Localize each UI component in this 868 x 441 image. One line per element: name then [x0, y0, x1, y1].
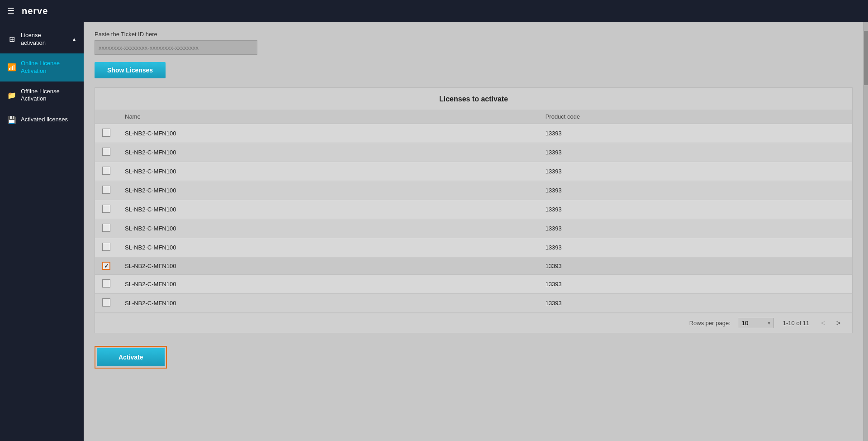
row-name: SL-NB2-C-MFN100 [118, 257, 538, 275]
disk-icon: 💾 [7, 115, 16, 124]
window-scrollbar[interactable] [863, 22, 868, 441]
row-product-code: 13393 [538, 200, 852, 219]
table-row: SL-NB2-C-MFN10013393 [95, 219, 852, 238]
table-row: SL-NB2-C-MFN10013393 [95, 162, 852, 181]
page-info: 1-10 of 11 [783, 320, 810, 326]
next-page-button[interactable]: > [834, 319, 843, 327]
checkbox-cell [95, 181, 118, 200]
row-name: SL-NB2-C-MFN100 [118, 181, 538, 200]
row-checkbox-2[interactable] [102, 167, 110, 175]
ticket-section: Paste the Ticket ID here [95, 31, 853, 55]
row-name: SL-NB2-C-MFN100 [118, 275, 538, 294]
row-checkbox-3[interactable] [102, 186, 110, 194]
row-name: SL-NB2-C-MFN100 [118, 200, 538, 219]
row-product-code: 13393 [538, 275, 852, 294]
row-checkbox-9[interactable] [102, 298, 110, 307]
row-checkbox-1[interactable] [102, 148, 110, 156]
checkbox-cell [95, 162, 118, 181]
activate-button[interactable]: Activate [97, 348, 165, 366]
main-layout: ⊞ License activation ▲ 📶 Online License … [0, 22, 868, 441]
table-row: SL-NB2-C-MFN10013393 [95, 181, 852, 200]
ticket-id-input[interactable] [95, 40, 257, 55]
licenses-table: Name Product code SL-NB2-C-MFN10013393SL… [95, 110, 852, 313]
checkbox-cell [95, 219, 118, 238]
row-product-code: 13393 [538, 143, 852, 162]
row-product-code: 13393 [538, 294, 852, 313]
row-product-code: 13393 [538, 219, 852, 238]
wifi-icon: 📶 [7, 63, 16, 72]
row-name: SL-NB2-C-MFN100 [118, 294, 538, 313]
prev-page-button[interactable]: < [818, 319, 828, 327]
table-row: SL-NB2-C-MFN10013393 [95, 200, 852, 219]
licenses-table-container: Licenses to activate Name Product code S… [95, 87, 853, 333]
header-product-code: Product code [538, 110, 852, 124]
table-row: SL-NB2-C-MFN10013393 [95, 124, 852, 143]
checkbox-cell [95, 294, 118, 313]
table-title: Licenses to activate [95, 95, 852, 103]
row-name: SL-NB2-C-MFN100 [118, 162, 538, 181]
table-row: SL-NB2-C-MFN10013393 [95, 143, 852, 162]
table-header-row: Name Product code [95, 110, 852, 124]
header-checkbox-cell [95, 110, 118, 124]
row-name: SL-NB2-C-MFN100 [118, 238, 538, 257]
sidebar: ⊞ License activation ▲ 📶 Online License … [0, 22, 84, 441]
row-product-code: 13393 [538, 238, 852, 257]
row-checkbox-4[interactable] [102, 205, 110, 213]
row-name: SL-NB2-C-MFN100 [118, 124, 538, 143]
rows-per-page-label: Rows per page: [689, 320, 730, 326]
pagination-row: Rows per page: 10 25 50 1-10 of 11 < > [95, 313, 852, 333]
table-row: SL-NB2-C-MFN10013393 [95, 294, 852, 313]
topbar: ☰ nerve [0, 0, 868, 22]
sidebar-item-offline-license-activation[interactable]: 📁 Offline License Activation [0, 81, 84, 110]
content-area: Paste the Ticket ID here Show Licenses L… [84, 22, 863, 441]
sidebar-item-label-activated: Activated licenses [21, 116, 68, 124]
ticket-label: Paste the Ticket ID here [95, 31, 853, 38]
menu-icon[interactable]: ☰ [7, 6, 14, 16]
row-product-code: 13393 [538, 181, 852, 200]
app-logo: nerve [22, 6, 48, 16]
checkbox-cell [95, 275, 118, 294]
license-activation-icon: ⊞ [7, 35, 16, 43]
table-row: SL-NB2-C-MFN10013393 [95, 257, 852, 275]
checkbox-cell [95, 200, 118, 219]
sidebar-item-online-license-activation[interactable]: 📶 Online License Activation [0, 53, 84, 81]
row-product-code: 13393 [538, 162, 852, 181]
rows-per-page-select[interactable]: 10 25 50 [738, 318, 774, 328]
checkbox-cell [95, 124, 118, 143]
row-checkbox-7[interactable] [102, 262, 110, 270]
checkbox-cell [95, 143, 118, 162]
table-row: SL-NB2-C-MFN10013393 [95, 275, 852, 294]
checkbox-cell [95, 257, 118, 275]
checkbox-cell [95, 238, 118, 257]
row-checkbox-5[interactable] [102, 224, 110, 232]
row-checkbox-8[interactable] [102, 279, 110, 288]
row-product-code: 13393 [538, 257, 852, 275]
activate-button-wrapper: Activate [95, 346, 167, 369]
show-licenses-button[interactable]: Show Licenses [95, 62, 166, 78]
row-name: SL-NB2-C-MFN100 [118, 143, 538, 162]
folder-icon: 📁 [7, 91, 16, 100]
row-checkbox-0[interactable] [102, 129, 110, 137]
row-checkbox-6[interactable] [102, 243, 110, 251]
sidebar-item-label-online: Online License Activation [21, 60, 76, 75]
chevron-up-icon: ▲ [72, 37, 76, 42]
sidebar-item-label-offline: Offline License Activation [21, 88, 76, 103]
scrollbar-thumb[interactable] [864, 31, 868, 85]
row-product-code: 13393 [538, 124, 852, 143]
header-name: Name [118, 110, 538, 124]
row-name: SL-NB2-C-MFN100 [118, 219, 538, 238]
sidebar-item-activated-licenses[interactable]: 💾 Activated licenses [0, 109, 84, 130]
sidebar-item-label-license-activation: License activation [21, 32, 67, 47]
rows-per-page-select-wrapper[interactable]: 10 25 50 [738, 318, 774, 328]
sidebar-item-license-activation[interactable]: ⊞ License activation ▲ [0, 25, 84, 53]
table-row: SL-NB2-C-MFN10013393 [95, 238, 852, 257]
